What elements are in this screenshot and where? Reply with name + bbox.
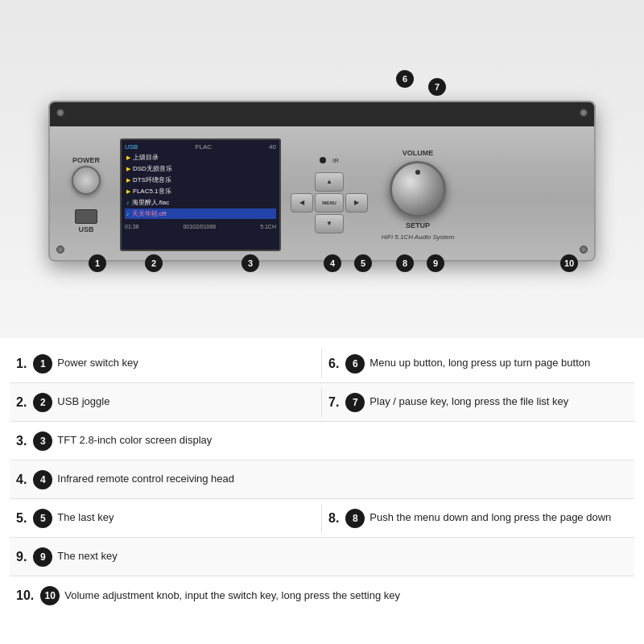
hifi-system-label: HiFi 5.1CH Audio System [382, 233, 454, 241]
desc-text-4: Infrared remote control receiving head [57, 473, 234, 486]
desc-row-2-7: 2. 2 USB joggle 7. 7 Play / pause key, l… [10, 383, 634, 422]
file-name: DSD无损音乐 [133, 164, 172, 173]
desc-num-1: 1 [33, 354, 52, 374]
nav-empty-br [345, 214, 368, 233]
nav-left-button[interactable]: ◀ [291, 193, 313, 213]
desc-row-10: 10. 10 Volume adjustment knob, input the… [10, 576, 634, 615]
desc-text-7: Play / pause key, long press the file li… [369, 395, 568, 409]
desc-num-10: 10 [40, 586, 60, 605]
volume-label: VOLUME [402, 149, 434, 157]
screw-tl [56, 109, 64, 117]
desc-row-9: 9. 9 The next key [10, 538, 634, 576]
screen-usb-tag: USB [125, 143, 138, 151]
badge-8: 8 [396, 254, 414, 272]
file-item: ▶ DTS环绕音乐 [125, 175, 276, 185]
hifi-device: POWER USB USB FLAC 40 [48, 101, 596, 262]
desc-cell-6: 6. 6 Menu up button, long press up turn … [322, 349, 634, 378]
badge-3: 3 [242, 254, 259, 272]
badge-7: 7 [428, 78, 446, 96]
desc-text-2: USB joggle [57, 395, 109, 409]
file-item: ▶ 上级目录 [125, 152, 276, 163]
badge-10: 10 [560, 254, 578, 272]
nav-down-button[interactable]: ▼ [315, 214, 344, 233]
screen-wrapper: USB FLAC 40 ▶ 上级目录 ▶ DSD无损音乐 [120, 138, 281, 251]
file-item: ▶ DSD无损音乐 [125, 163, 276, 174]
desc-text-9: The next key [57, 550, 117, 564]
desc-row-3: 3. 3 TFT 2.8-inch color screen display [10, 422, 634, 460]
nav-section: IR ▲ ◀ MENU ▶ ▼ [291, 157, 368, 233]
power-label: POWER [72, 156, 100, 164]
ir-receiver [320, 157, 326, 163]
device-body: POWER USB USB FLAC 40 [50, 126, 594, 263]
badge-6: 6 [396, 70, 414, 88]
power-button[interactable] [72, 166, 101, 195]
desc-row-1-6: 1. 1 Power switch key 6. 6 Menu up butto… [10, 345, 634, 383]
file-item-selected: ♪ 天天年轻.dff [125, 208, 276, 219]
nav-menu-button[interactable]: MENU [315, 193, 344, 213]
device-top-strip [50, 102, 594, 126]
tft-screen: USB FLAC 40 ▶ 上级目录 ▶ DSD无损音乐 [120, 138, 281, 251]
desc-dot-4: 4. [16, 473, 27, 487]
file-name: 上级目录 [133, 153, 159, 162]
setup-label: SETUP [406, 221, 430, 229]
desc-dot-9: 9. [16, 550, 27, 564]
desc-text-3: TFT 2.8-inch color screen display [57, 434, 212, 448]
folder-icon: ▶ [126, 166, 130, 172]
usb-port [75, 209, 97, 224]
desc-dot-2: 2. [16, 395, 27, 410]
desc-row-5-8: 5. 5 The last key 8. 8 Push the menu dow… [10, 499, 634, 538]
badge-5: 5 [354, 254, 372, 272]
screen-header: USB FLAC 40 [125, 143, 276, 151]
nav-empty-tr [345, 172, 368, 192]
nav-empty-tl [291, 172, 313, 192]
volume-knob[interactable] [390, 161, 446, 217]
desc-cell-2: 2. 2 USB joggle [10, 388, 322, 417]
badge-4: 4 [324, 254, 341, 272]
desc-dot-10: 10. [16, 588, 34, 603]
file-name: 海里醉人.flac [132, 198, 170, 207]
screen-flac-tag: FLAC [196, 143, 212, 151]
desc-dot-3: 3. [16, 434, 27, 448]
file-item: ♪ 海里醉人.flac [125, 197, 276, 208]
ir-label: IR [332, 157, 339, 164]
badge-2: 2 [145, 254, 163, 272]
desc-cell-10: 10. 10 Volume adjustment knob, input the… [10, 581, 634, 610]
playback-time: 01:38 [125, 224, 139, 229]
desc-dot-5: 5. [16, 511, 27, 526]
file-name: 天天年轻.dff [132, 209, 167, 218]
screw-br [580, 246, 588, 254]
usb-label: USB [78, 225, 93, 233]
desc-num-6: 6 [345, 354, 365, 374]
desc-cell-1: 1. 1 Power switch key [10, 349, 322, 378]
desc-text-5: The last key [57, 511, 114, 525]
device-area: POWER USB USB FLAC 40 [0, 0, 644, 338]
desc-num-3: 3 [33, 431, 52, 451]
badge-1: 1 [89, 254, 106, 272]
badge-9: 9 [427, 254, 444, 272]
ir-row: IR [320, 157, 339, 164]
file-name: FLAC5.1音乐 [133, 187, 171, 196]
audio-mode: 5.1CH [260, 224, 276, 229]
desc-dot-7: 7. [328, 395, 339, 410]
screen-file-list: ▶ 上级目录 ▶ DSD无损音乐 ▶ DTS环绕音乐 ▶ [125, 152, 276, 219]
screw-tr [580, 109, 588, 117]
folder-icon: ▶ [126, 188, 130, 195]
desc-num-7: 7 [345, 393, 365, 412]
desc-num-4: 4 [33, 470, 52, 489]
knob-indicator [415, 170, 420, 175]
nav-empty-bl [291, 214, 313, 233]
track-count: 00102/01066 [183, 224, 216, 229]
desc-num-9: 9 [33, 547, 52, 567]
left-section: POWER USB [62, 156, 110, 233]
nav-right-button[interactable]: ▶ [345, 193, 368, 213]
nav-up-button[interactable]: ▲ [315, 172, 344, 192]
folder-icon: ▶ [126, 177, 130, 184]
desc-cell-7: 7. 7 Play / pause key, long press the fi… [322, 388, 634, 417]
desc-dot-6: 6. [328, 357, 339, 371]
screen-num: 40 [269, 143, 276, 151]
desc-cell-8: 8. 8 Push the menu down and long press t… [322, 504, 634, 533]
desc-cell-9: 9. 9 The next key [10, 543, 634, 572]
desc-num-5: 5 [33, 509, 52, 528]
description-area: 1. 1 Power switch key 6. 6 Menu up butto… [0, 338, 644, 621]
nav-cross: ▲ ◀ MENU ▶ ▼ [291, 172, 368, 233]
